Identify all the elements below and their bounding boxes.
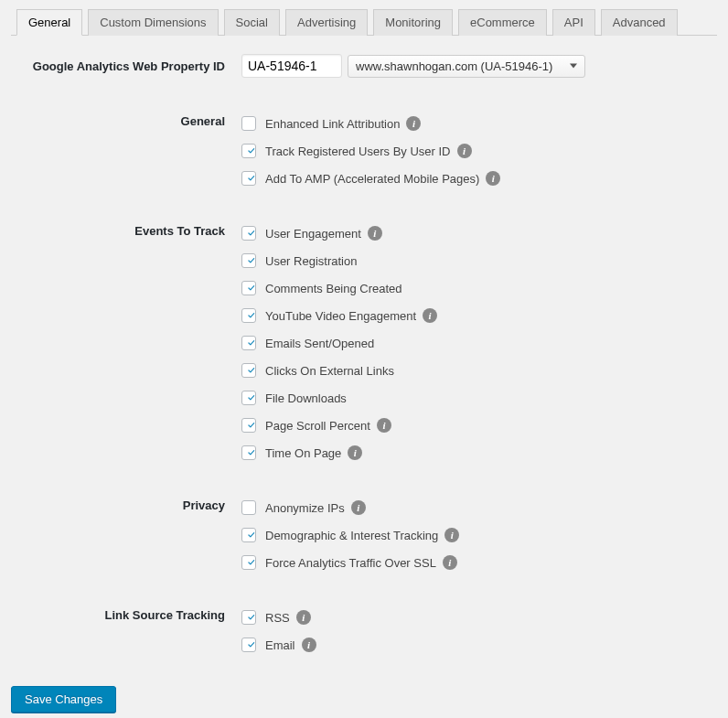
option-row: Force Analytics Traffic Over SSLi	[241, 549, 717, 576]
info-icon[interactable]: i	[377, 418, 391, 433]
section-general: GeneralEnhanced Link AttributioniTrack R…	[11, 110, 717, 192]
checkbox-label[interactable]: Time On Page	[265, 446, 341, 460]
checkbox-label[interactable]: Anonymize IPs	[265, 501, 345, 515]
checkbox[interactable]	[241, 638, 256, 652]
checkbox[interactable]	[241, 528, 256, 542]
tab-general[interactable]: General	[16, 9, 82, 36]
checkbox-label[interactable]: Page Scroll Percent	[265, 419, 370, 433]
checkbox-label[interactable]: File Downloads	[265, 391, 347, 405]
tab-bar: GeneralCustom DimensionsSocialAdvertisin…	[11, 0, 717, 36]
tab-advertising[interactable]: Advertising	[285, 9, 368, 36]
checkbox-label[interactable]: Clicks On External Links	[265, 364, 394, 378]
option-row: Emails Sent/Opened	[241, 329, 717, 357]
checkbox[interactable]	[241, 253, 256, 268]
checkbox[interactable]	[241, 281, 256, 295]
tab-advanced[interactable]: Advanced	[601, 9, 678, 36]
tab-ecommerce[interactable]: eCommerce	[458, 9, 547, 36]
option-row: Demographic & Interest Trackingi	[241, 521, 717, 549]
checkbox[interactable]	[241, 226, 256, 241]
checkbox[interactable]	[241, 418, 256, 433]
checkbox-label[interactable]: Email	[265, 638, 295, 652]
option-row: Enhanced Link Attributioni	[241, 110, 717, 137]
info-icon[interactable]: i	[348, 445, 362, 460]
section-label-events: Events To Track	[11, 220, 241, 238]
info-icon[interactable]: i	[457, 144, 472, 158]
section-label-general: General	[11, 110, 241, 128]
checkbox-label[interactable]: Track Registered Users By User ID	[265, 145, 451, 158]
save-changes-button[interactable]: Save Changes	[11, 686, 116, 713]
option-row: Comments Being Created	[241, 274, 717, 302]
property-select[interactable]: www.shawnhogan.com (UA-51946-1)	[348, 55, 585, 78]
chevron-down-icon	[570, 64, 577, 69]
section-link_source: Link Source TrackingRSSiEmaili	[11, 604, 717, 659]
tab-api[interactable]: API	[552, 9, 595, 36]
checkbox-label[interactable]: User Engagement	[265, 227, 361, 241]
option-row: User Registration	[241, 247, 717, 274]
checkbox[interactable]	[241, 336, 256, 350]
checkbox-label[interactable]: Add To AMP (Accelerated Mobile Pages)	[265, 172, 479, 186]
checkbox-label[interactable]: YouTube Video Engagement	[265, 309, 416, 323]
option-row: Anonymize IPsi	[241, 494, 717, 521]
info-icon[interactable]: i	[486, 171, 500, 186]
checkbox-label[interactable]: Force Analytics Traffic Over SSL	[265, 556, 436, 570]
property-id-row: Google Analytics Web Property ID www.sha…	[11, 54, 717, 78]
tab-monitoring[interactable]: Monitoring	[373, 9, 453, 36]
info-icon[interactable]: i	[443, 555, 457, 570]
checkbox[interactable]	[241, 500, 256, 515]
section-events: Events To TrackUser EngagementiUser Regi…	[11, 220, 717, 466]
checkbox[interactable]	[241, 391, 256, 405]
checkbox-label[interactable]: Enhanced Link Attribution	[265, 117, 400, 131]
tab-social[interactable]: Social	[224, 9, 280, 36]
checkbox[interactable]	[241, 308, 256, 323]
section-label-privacy: Privacy	[11, 494, 241, 512]
option-row: Clicks On External Links	[241, 357, 717, 384]
section-privacy: PrivacyAnonymize IPsiDemographic & Inter…	[11, 494, 717, 576]
checkbox[interactable]	[241, 610, 256, 625]
option-row: Page Scroll Percenti	[241, 412, 717, 439]
checkbox[interactable]	[241, 116, 256, 131]
checkbox[interactable]	[241, 171, 256, 186]
option-row: User Engagementi	[241, 220, 717, 247]
option-row: Time On Pagei	[241, 439, 717, 466]
property-select-display: www.shawnhogan.com (UA-51946-1)	[356, 59, 552, 73]
checkbox[interactable]	[241, 144, 256, 158]
info-icon[interactable]: i	[444, 528, 459, 542]
option-row: File Downloads	[241, 384, 717, 412]
option-row: Add To AMP (Accelerated Mobile Pages)i	[241, 165, 717, 192]
option-row: RSSi	[241, 604, 717, 631]
info-icon[interactable]: i	[368, 226, 382, 241]
property-id-input[interactable]	[241, 54, 342, 78]
info-icon[interactable]: i	[296, 610, 311, 625]
info-icon[interactable]: i	[406, 116, 421, 131]
option-row: Emaili	[241, 631, 717, 659]
option-row: YouTube Video Engagementi	[241, 302, 717, 329]
info-icon[interactable]: i	[423, 308, 437, 323]
checkbox-label[interactable]: User Registration	[265, 254, 357, 268]
checkbox-label[interactable]: RSS	[265, 611, 290, 625]
property-id-label: Google Analytics Web Property ID	[11, 54, 241, 73]
checkbox-label[interactable]: Demographic & Interest Tracking	[265, 529, 438, 542]
checkbox[interactable]	[241, 445, 256, 460]
tab-custom-dimensions[interactable]: Custom Dimensions	[88, 9, 218, 36]
info-icon[interactable]: i	[302, 638, 316, 652]
checkbox-label[interactable]: Comments Being Created	[265, 282, 402, 295]
checkbox[interactable]	[241, 555, 256, 570]
checkbox[interactable]	[241, 363, 256, 378]
option-row: Track Registered Users By User IDi	[241, 137, 717, 165]
section-label-link_source: Link Source Tracking	[11, 604, 241, 622]
info-icon[interactable]: i	[351, 500, 366, 515]
checkbox-label[interactable]: Emails Sent/Opened	[265, 337, 374, 350]
